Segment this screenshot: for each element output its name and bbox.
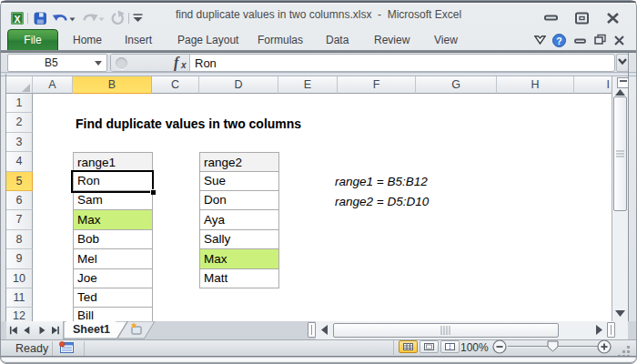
svg-text:?: ? <box>556 35 561 46</box>
